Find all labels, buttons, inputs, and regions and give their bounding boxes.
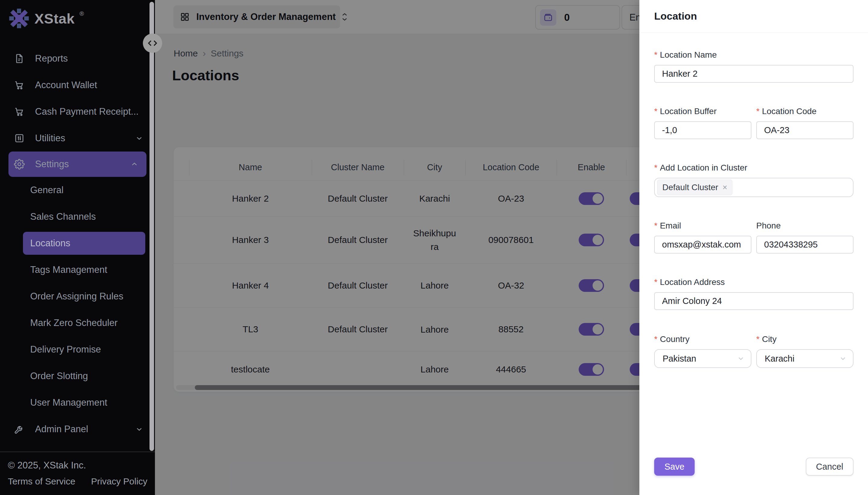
drawer-footer: Save Cancel [639, 458, 868, 476]
sidebar-item-utilities[interactable]: Utilities [0, 125, 155, 152]
sidebar-item-tags-management[interactable]: Tags Management [0, 257, 155, 283]
sidebar-footer: © 2025, XStak Inc. Terms of Service Priv… [0, 451, 155, 495]
required-asterisk: * [654, 163, 657, 173]
cluster-chip: Default Cluster × [657, 180, 732, 195]
cancel-button[interactable]: Cancel [806, 458, 853, 476]
location-form: *Location Name *Location Buffer *Locatio… [639, 50, 868, 368]
sidebar-item-delivery-promise[interactable]: Delivery Promise [0, 336, 155, 363]
address-label: Location Address [660, 277, 725, 287]
chevron-down-icon [135, 425, 144, 433]
sidebar-item-label: Mark Zero Scheduler [30, 318, 117, 328]
location-name-input[interactable] [654, 65, 853, 83]
country-value: Pakistan [663, 354, 696, 364]
phone-input[interactable] [756, 236, 853, 254]
chevron-up-icon [130, 160, 139, 168]
required-asterisk: * [654, 277, 657, 287]
cart-icon [14, 80, 25, 90]
phone-label: Phone [756, 221, 781, 231]
sidebar-item-order-assigning-rules[interactable]: Order Assigning Rules [0, 283, 155, 310]
cluster-chip-label: Default Cluster [662, 183, 718, 192]
xstak-logo-icon [8, 7, 30, 30]
terms-of-service-link[interactable]: Terms of Service [8, 476, 75, 487]
required-asterisk: * [654, 106, 657, 117]
field-address: *Location Address [654, 277, 853, 310]
gear-icon [14, 159, 25, 170]
code-collapse-icon [147, 39, 158, 48]
sidebar-item-admin-panel[interactable]: Admin Panel [0, 416, 155, 443]
location-code-label: Location Code [762, 106, 817, 117]
sidebar-item-label: General [30, 185, 63, 195]
location-code-input[interactable] [756, 121, 853, 139]
location-name-label: Location Name [660, 50, 717, 60]
field-city: *City Karachi [756, 334, 853, 368]
email-label: Email [660, 221, 681, 231]
sidebar-item-general[interactable]: General [0, 177, 155, 203]
country-label: Country [660, 334, 689, 344]
sidebar-item-label: Delivery Promise [30, 344, 101, 355]
sidebar-item-label: Admin Panel [35, 424, 88, 434]
sidebar-item-mark-zero-scheduler[interactable]: Mark Zero Scheduler [0, 310, 155, 336]
sidebar-item-sales-channels[interactable]: Sales Channels [0, 203, 155, 230]
chevron-down-icon [737, 355, 745, 362]
sidebar-item-label: Utilities [35, 133, 65, 144]
save-button[interactable]: Save [654, 458, 695, 476]
drawer-title: Location [654, 10, 697, 22]
sidebar: XStak® ReportsAccount WalletCash Payment… [0, 0, 155, 495]
field-cluster: *Add Location in Cluster Default Cluster… [654, 163, 853, 197]
sidebar-item-user-management[interactable]: User Management [0, 389, 155, 416]
sidebar-item-cash-payment-receipt[interactable]: Cash Payment Receipt... [0, 98, 155, 125]
privacy-policy-link[interactable]: Privacy Policy [91, 476, 147, 487]
chip-remove-icon[interactable]: × [722, 184, 727, 192]
required-asterisk: * [756, 106, 760, 117]
sidebar-scrollbar[interactable] [150, 2, 154, 451]
country-select[interactable]: Pakistan [654, 349, 751, 368]
city-label: City [762, 334, 777, 344]
sidebar-item-reports[interactable]: Reports [0, 45, 155, 72]
sidebar-collapse-button[interactable] [143, 34, 162, 53]
field-email: *Email [654, 221, 751, 254]
field-location-code: *Location Code [756, 106, 853, 139]
registered-mark: ® [80, 10, 84, 17]
sidebar-item-label: User Management [30, 397, 107, 408]
brand-logo: XStak® [0, 0, 155, 30]
chevron-down-icon [839, 355, 847, 362]
wrench-icon [14, 424, 25, 434]
field-phone: *Phone [756, 221, 853, 254]
document-icon [14, 53, 25, 64]
sliders-icon [14, 133, 25, 144]
address-input[interactable] [654, 292, 853, 310]
sidebar-item-label: Tags Management [30, 264, 107, 275]
sidebar-item-label: Settings [35, 159, 69, 170]
location-buffer-label: Location Buffer [660, 106, 717, 117]
sidebar-item-label: Locations [30, 238, 70, 249]
field-country: *Country Pakistan [654, 334, 751, 368]
city-select[interactable]: Karachi [756, 349, 853, 368]
app-root: XStak® ReportsAccount WalletCash Payment… [0, 0, 868, 495]
sidebar-item-label: Order Slotting [30, 371, 88, 381]
field-location-name: *Location Name [654, 50, 853, 83]
chevron-down-icon [135, 134, 144, 142]
required-asterisk: * [756, 334, 760, 344]
cluster-multiselect[interactable]: Default Cluster × [654, 178, 853, 197]
sidebar-item-label: Order Assigning Rules [30, 291, 123, 302]
sidebar-item-label: Cash Payment Receipt... [35, 106, 139, 117]
required-asterisk: * [654, 334, 657, 344]
sidebar-item-order-slotting[interactable]: Order Slotting [0, 363, 155, 389]
sidebar-item-locations[interactable]: Locations [23, 232, 145, 255]
field-location-buffer: *Location Buffer [654, 106, 751, 139]
sidebar-nav: ReportsAccount WalletCash Payment Receip… [0, 45, 155, 443]
copyright-text: © 2025, XStak Inc. [8, 460, 155, 471]
location-drawer: Location *Location Name *Location Buffer… [639, 0, 868, 495]
sidebar-item-label: Sales Channels [30, 211, 96, 222]
required-asterisk: * [654, 221, 657, 231]
sidebar-item-label: Account Wallet [35, 80, 97, 90]
sidebar-item-label: Reports [35, 53, 68, 64]
required-asterisk: * [654, 50, 657, 60]
email-input[interactable] [654, 236, 751, 254]
location-buffer-input[interactable] [654, 121, 751, 139]
sidebar-item-account-wallet[interactable]: Account Wallet [0, 72, 155, 98]
cart-icon [14, 106, 25, 117]
sidebar-item-settings[interactable]: Settings [9, 152, 147, 177]
drawer-header: Location [639, 0, 868, 33]
city-value: Karachi [765, 354, 794, 364]
